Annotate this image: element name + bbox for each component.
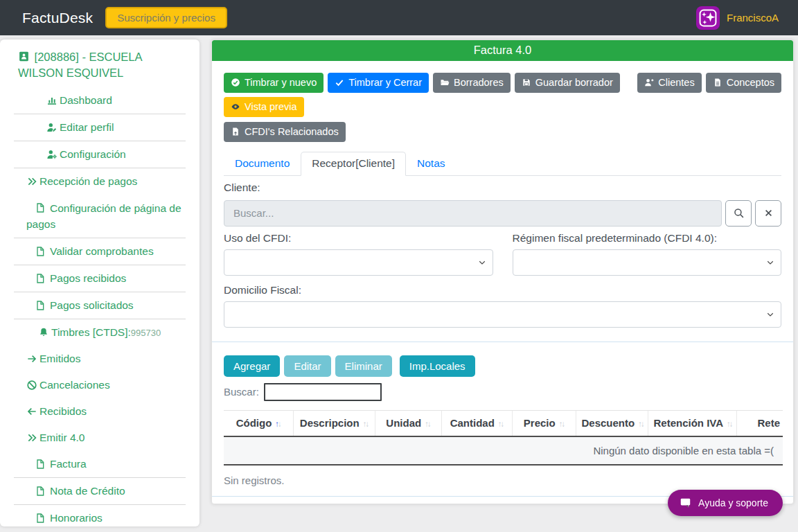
file-icon — [35, 202, 46, 213]
tab-notas[interactable]: Notas — [406, 152, 456, 176]
sidebar-item-timbres[interactable]: Timbres [CTDS]:995730 — [0, 319, 200, 346]
imp-locales-button[interactable]: Imp.Locales — [400, 355, 475, 377]
sidebar: [208886] - ESCUELA WILSON ESQUIVEL Dashb… — [0, 39, 200, 526]
username[interactable]: FranciscoA — [727, 12, 779, 24]
tab-bar: Documento Receptor[Cliente] Notas — [224, 152, 781, 176]
col-header-precio[interactable]: Precio↑↓ — [512, 410, 576, 436]
sort-icon: ↑↓ — [275, 420, 281, 428]
subscription-button[interactable]: Suscripción y precios — [105, 7, 227, 28]
uso-cfdi-label: Uso del CFDI: — [224, 232, 493, 245]
file-icon — [35, 273, 46, 284]
sidebar-item-config-pagina-pagos[interactable]: Configuración de página de pagos — [0, 195, 200, 238]
sort-icon: ↑↓ — [559, 420, 565, 428]
sidebar-item-factura[interactable]: Factura — [0, 451, 200, 477]
col-header-unidad[interactable]: Unidad↑↓ — [375, 410, 441, 436]
help-support-button[interactable]: Ayuda y soporte — [668, 490, 783, 516]
sidebar-item-recepcion-pagos[interactable]: Recepción de pagos — [0, 168, 200, 195]
sidebar-item-editar-perfil[interactable]: Editar perfil — [0, 114, 200, 141]
sidebar-item-nota-credito[interactable]: Nota de Crédito — [0, 478, 200, 504]
search-icon — [733, 207, 745, 219]
sidebar-item-configuracion[interactable]: Configuración — [0, 141, 200, 168]
timbres-count: 995730 — [131, 328, 161, 338]
clear-search-button[interactable] — [755, 200, 781, 227]
check-circle-icon — [231, 78, 240, 87]
domicilio-fiscal-label: Domicilio Fiscal: — [224, 284, 781, 296]
eye-icon — [231, 102, 240, 112]
sidebar-item-emitir-40[interactable]: Emitir 4.0 — [0, 425, 200, 451]
cliente-search-input[interactable] — [224, 200, 722, 227]
sort-icon: ↑↓ — [425, 420, 430, 428]
sidebar-item-cancelaciones[interactable]: Cancelaciones — [0, 372, 200, 398]
col-header-codigo[interactable]: Código↑↓ — [224, 410, 293, 436]
no-records-text: Sin registros. — [224, 475, 781, 486]
table-search-label: Buscar: — [224, 386, 259, 398]
table-empty-row: Ningún dato disponible en esta tabla =( — [224, 436, 783, 465]
tab-documento[interactable]: Documento — [224, 152, 301, 176]
angles-right-icon — [26, 176, 37, 187]
regimen-fiscal-select[interactable] — [513, 249, 782, 276]
col-header-descripcion[interactable]: Descripcion↑↓ — [293, 410, 375, 436]
eliminar-button[interactable]: Eliminar — [335, 355, 392, 377]
file-icon — [35, 459, 46, 470]
editar-button[interactable]: Editar — [284, 355, 330, 377]
sidebar-item-honorarios[interactable]: Honorarios — [0, 505, 200, 526]
ban-icon — [26, 380, 37, 391]
cfdi-relacionados-button[interactable]: CFDI's Relacionados — [224, 122, 346, 142]
arrow-right-icon — [26, 353, 37, 364]
check-icon — [335, 78, 344, 87]
col-header-cantidad[interactable]: Cantidad↑↓ — [441, 410, 512, 436]
sidebar-item-pagos-recibidos[interactable]: Pagos recibidos — [0, 265, 200, 292]
conceptos-button[interactable]: Conceptos — [706, 73, 781, 93]
concepts-table: Código↑↓ Descripcion↑↓ Unidad↑↓ Cantidad… — [224, 410, 783, 466]
page-title: Factura 4.0 — [212, 40, 793, 61]
guardar-borrador-button[interactable]: Guardar borrador — [515, 73, 620, 93]
user-gear-icon — [46, 149, 57, 160]
tab-receptor-cliente[interactable]: Receptor[Cliente] — [301, 152, 406, 176]
divider — [212, 342, 793, 342]
file-import-icon — [231, 127, 240, 136]
domicilio-fiscal-select[interactable] — [224, 301, 781, 328]
file-icon — [35, 486, 46, 497]
arrow-left-icon — [26, 406, 37, 417]
uso-cfdi-select[interactable] — [224, 249, 493, 276]
sidebar-item-validar-comprobantes[interactable]: Validar comprobantes — [0, 238, 200, 265]
sort-icon: ↑↓ — [498, 420, 504, 428]
app-brand: FactuDesk — [22, 10, 93, 26]
file-icon — [35, 513, 46, 524]
sparkles-avatar-icon[interactable] — [696, 6, 720, 30]
col-header-retencion-iva[interactable]: Retención IVA↑↓ — [648, 410, 736, 436]
sort-icon: ↑↓ — [363, 420, 369, 428]
sort-icon: ↑↓ — [638, 420, 644, 428]
user-plus-icon — [644, 78, 654, 87]
table-search-input[interactable] — [264, 383, 382, 401]
factura-card: Factura 4.0 Timbrar y nuevo Timbrar y Ce… — [211, 39, 794, 504]
col-header-descuento[interactable]: Descuento↑↓ — [576, 410, 648, 436]
cliente-label: Cliente: — [224, 181, 781, 194]
chart-bar-icon — [46, 95, 57, 106]
clientes-button[interactable]: Clientes — [637, 73, 701, 93]
sidebar-item-recibidos[interactable]: Recibidos — [0, 398, 200, 425]
col-header-retencion-isr[interactable]: Rete — [736, 410, 783, 436]
x-icon — [763, 207, 774, 219]
empty-table-message: Ningún dato disponible en esta tabla =( — [224, 436, 783, 465]
sidebar-item-dashboard[interactable]: Dashboard — [0, 87, 200, 114]
regimen-fiscal-label: Régimen fiscal predeterminado (CFDI 4.0)… — [513, 232, 782, 245]
file-lines-icon — [713, 78, 722, 87]
bell-icon — [38, 327, 49, 338]
sort-icon: ↑↓ — [727, 420, 732, 428]
vista-previa-button[interactable]: Vista previa — [224, 97, 304, 117]
borradores-button[interactable]: Borradores — [433, 73, 511, 93]
timbrar-nuevo-button[interactable]: Timbrar y nuevo — [224, 73, 323, 93]
search-button[interactable] — [725, 200, 752, 227]
sidebar-item-emitidos[interactable]: Emitidos — [0, 346, 200, 372]
user-pen-icon — [46, 122, 57, 133]
account-name: [208886] - ESCUELA WILSON ESQUIVEL — [0, 39, 200, 87]
chat-bubble-icon — [680, 497, 691, 508]
save-icon — [522, 78, 531, 87]
id-card-icon — [18, 51, 30, 62]
sparkles-icon — [698, 8, 718, 28]
file-icon — [35, 300, 46, 311]
timbrar-cerrar-button[interactable]: Timbrar y Cerrar — [328, 73, 429, 93]
agregar-button[interactable]: Agregar — [224, 355, 280, 377]
sidebar-item-pagos-solicitados[interactable]: Pagos solicitados — [0, 292, 200, 319]
